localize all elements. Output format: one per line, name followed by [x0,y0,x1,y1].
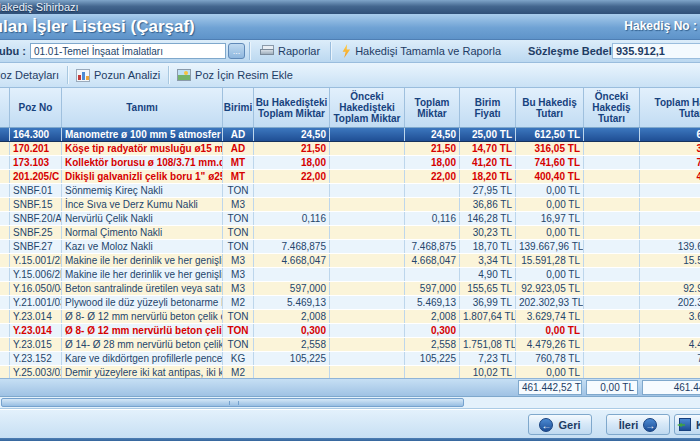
cell-onceki-miktar [330,240,405,253]
cell-toplam-miktar: 5.469,13 [405,296,460,309]
cell-birim: TON [223,226,254,239]
cell-birim: AD [223,128,254,141]
scrollbar-thumb[interactable] [1,398,464,407]
hakedisi-tamamla-button[interactable]: Hakedişi Tamamla ve Raporla [335,42,507,60]
horizontal-scrollbar[interactable] [0,397,700,409]
cell-birim-fiyat: 18,20 TL [460,170,516,183]
cell-birim-fiyat: 155,65 TL [460,282,516,295]
grid-header: Poz No Tanımı Birimi Bu Hakedişteki Topl… [0,88,700,128]
cell-onceki-miktar [330,324,405,337]
grid-body: 164.300Manometre ø 100 mm 5 atmosfer kad… [0,128,700,378]
separator [330,42,331,60]
cell-indicator [0,212,10,225]
printer-icon [260,45,274,57]
table-row[interactable]: Y.23.014Ø 8- Ø 12 mm nervürlü beton çeli… [0,310,700,324]
browse-button[interactable]: ... [228,43,245,59]
cell-toplam-tutar: 741,60 TL [640,156,700,169]
cell-indicator [0,142,10,155]
cell-birim: TON [223,324,254,337]
cell-tanim: Ø 8- Ø 12 mm nervürlü beton çelik çubu [62,310,223,323]
separator [168,66,169,84]
table-row[interactable]: SNBF.25Normal Çimento NakliTON30,23 TL0,… [0,226,700,240]
table-row[interactable]: Y.21.001/03Plywood ile düz yüzeyli beton… [0,296,700,310]
cell-birim-fiyat: 36,86 TL [460,198,516,211]
cell-bu-miktar: 5.469,13 [254,296,330,309]
cell-onceki-tutar [584,142,640,155]
cell-birim-fiyat: 27,95 TL [460,184,516,197]
column-header-onceki-tutari[interactable]: Önceki Hakediş Tutarı [584,88,640,127]
table-row[interactable]: Y.15.006/2BMakine ile her derinlik ve he… [0,268,700,282]
toolbar-item-poz-detaylari[interactable]: Poz Detayları [0,67,65,84]
ileri-button[interactable]: İleri → [606,414,670,435]
window-title-bar[interactable]: Hakediş Sihirbazı [0,0,700,14]
cell-poz: 164.300 [10,128,62,141]
table-row[interactable]: Y.23.015Ø 14- Ø 28 mm nervürlü beton çel… [0,338,700,352]
cell-bu-tutar: 0,00 TL [516,184,584,197]
toolbar-item-pozun-analizi[interactable]: Pozun Analizi [70,67,166,84]
cell-toplam-tutar: 0,00 TL [640,366,700,378]
cell-bu-tutar: 139.667,96 TL [516,240,584,253]
column-header-toplam-tutari[interactable]: Toplam Hakediş Tutarı [640,88,700,127]
raporlar-button[interactable]: Raporlar [254,43,326,59]
cell-bu-tutar: 3.629,74 TL [516,310,584,323]
cell-poz: Y.25.003/02 [10,366,62,378]
column-header-poz-no[interactable]: Poz No [10,88,62,127]
cell-onceki-miktar [330,296,405,309]
cell-birim: MT [223,170,254,183]
cell-bu-miktar: 0,300 [254,324,330,337]
cell-toplam-miktar: 0,116 [405,212,460,225]
table-row[interactable]: 173.103Kollektör borusu ø 108/3.71 mm.di… [0,156,700,170]
table-row[interactable]: Y.23.152Kare ve dikdörtgen profillerle p… [0,352,700,366]
table-row[interactable]: Y.16.050/04Beton santralinde üretilen ve… [0,282,700,296]
cell-bu-miktar: 22,00 [254,170,330,183]
cell-onceki-miktar [330,128,405,141]
cell-toplam-tutar: 4.479,26 TL [640,338,700,351]
table-row[interactable]: Y.23.014Ø 8- Ø 12 mm nervürlü beton çeli… [0,324,700,338]
column-header-birim-fiyati[interactable]: Birim Fiyatı [460,88,516,127]
geri-button[interactable]: ← Geri [528,414,592,435]
column-header-onceki-miktar[interactable]: Önceki Hakedişteki Toplam Miktar [330,88,405,127]
table-row[interactable]: 170.201Köşe tip radyatör musluğu ø15 mm … [0,142,700,156]
column-header-bu-miktar[interactable]: Bu Hakedişteki Toplam Miktar [254,88,330,127]
cell-onceki-miktar [330,254,405,267]
cell-indicator [0,268,10,281]
cell-toplam-miktar: 597,000 [405,282,460,295]
table-row[interactable]: SNBF.27Kazı ve Moloz NakliTON7.468,8757.… [0,240,700,254]
cell-birim-fiyat: 36,99 TL [460,296,516,309]
cell-toplam-tutar: 760,78 TL [640,352,700,365]
toolbar: Poz Detayları Pozun Analizi Poz İçin Res… [0,63,700,88]
isler-listesi-grid: Poz No Tanımı Birimi Bu Hakedişteki Topl… [0,88,700,397]
cell-onceki-tutar [584,352,640,365]
cell-onceki-miktar [330,142,405,155]
cell-onceki-tutar [584,282,640,295]
cell-indicator [0,128,10,141]
table-row[interactable]: SNBF.20/ANervürlü Çelik NakliTON0,1160,1… [0,212,700,226]
table-row[interactable]: SNBF.15İnce Sıva ve Derz Kumu NakliM336,… [0,198,700,212]
cell-toplam-miktar: 105,225 [405,352,460,365]
cell-toplam-tutar: 139.667,96 TL [640,240,700,253]
cell-birim: TON [223,310,254,323]
cell-onceki-miktar [330,366,405,378]
is-grubu-combo[interactable]: 01.01-Temel İnşaat İmalatları [30,43,226,59]
cell-bu-miktar: 105,225 [254,352,330,365]
column-header-bu-tutari[interactable]: Bu Hakediş Tutarı [516,88,584,127]
column-header-birimi[interactable]: Birimi [223,88,254,127]
table-row[interactable]: SNBF.01Sönmemiş Kireç NakliTON27,95 TL0,… [0,184,700,198]
table-row[interactable]: Y.15.001/2BMakine ile her derinlik ve he… [0,254,700,268]
cell-birim-fiyat [460,324,516,337]
cell-toplam-tutar: 0,00 TL [640,324,700,337]
kapat-button[interactable]: Kapat [674,414,700,435]
cell-tanim: Demir yüzeylere iki kat antipas, iki kat [62,366,223,378]
table-row[interactable]: 201.205/CDikişli galvanizli çelik boru 1… [0,170,700,184]
cell-tanim: İnce Sıva ve Derz Kumu Nakli [62,198,223,211]
cell-birim-fiyat: 41,20 TL [460,156,516,169]
column-header-toplam-miktar[interactable]: Toplam Miktar [405,88,460,127]
column-header-tanimi[interactable]: Tanımı [62,88,223,127]
cell-bu-miktar: 2,558 [254,338,330,351]
table-row[interactable]: Y.25.003/02Demir yüzeylere iki kat antip… [0,366,700,378]
cell-poz: Y.23.014 [10,310,62,323]
image-icon [177,69,191,81]
toolbar-item-resim-ekle[interactable]: Poz İçin Resim Ekle [171,67,299,83]
cell-tanim: Normal Çimento Nakli [62,226,223,239]
table-row[interactable]: 164.300Manometre ø 100 mm 5 atmosfer kad… [0,128,700,142]
